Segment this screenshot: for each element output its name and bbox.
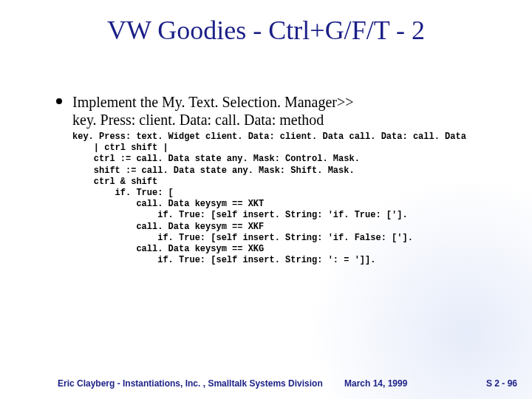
footer-date: March 14, 1999	[344, 378, 407, 389]
bullet-item: Implement the My. Text. Selection. Manag…	[56, 93, 499, 129]
slide: VW Goodies - Ctrl+G/F/T - 2 Implement th…	[0, 0, 532, 399]
footer: Eric Clayberg - Instantiations, Inc. , S…	[58, 375, 517, 389]
slide-title: VW Goodies - Ctrl+G/F/T - 2	[0, 15, 532, 46]
code-block: key. Press: text. Widget client. Data: c…	[72, 132, 466, 266]
footer-page: S 2 - 96	[486, 378, 517, 389]
bullet-text: Implement the My. Text. Selection. Manag…	[72, 93, 499, 129]
footer-author: Eric Clayberg - Instantiations, Inc. , S…	[58, 378, 323, 389]
bullet-line-1: Implement the My. Text. Selection. Manag…	[72, 94, 354, 110]
bullet-dot-icon	[56, 98, 62, 104]
bullet-line-2: key. Press: client. Data: call. Data: me…	[72, 112, 324, 128]
